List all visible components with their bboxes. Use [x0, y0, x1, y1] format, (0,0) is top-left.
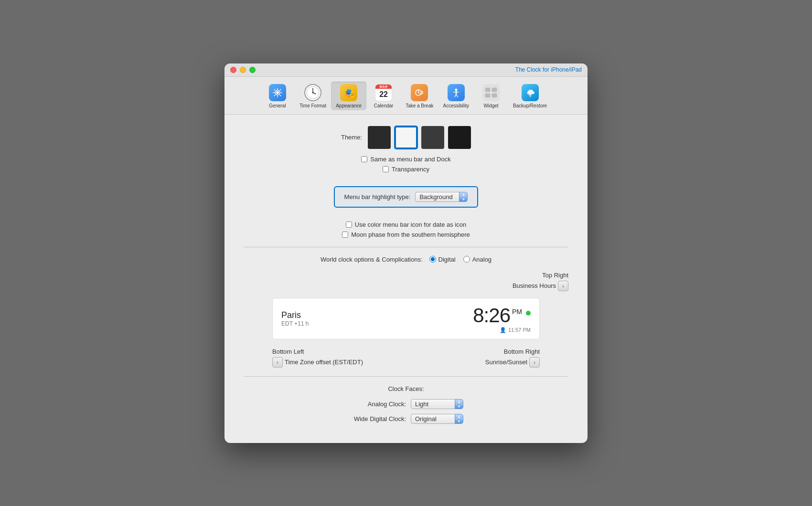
checkbox-color-icon-label: Use color menu bar icon for date as icon	[355, 221, 466, 228]
theme-row: Theme:	[244, 126, 568, 149]
checkbox-same-menubar[interactable]	[361, 156, 367, 162]
widget-icon	[482, 84, 500, 102]
wide-digital-label: Wide Digital Clock:	[349, 415, 406, 422]
clock-sub-icon: 👤	[500, 327, 506, 333]
checkbox-same-menubar-label: Same as menu bar and Dock	[370, 156, 450, 163]
bottom-positions: Bottom Left ‹ Time Zone offset (EST/EDT)…	[272, 348, 540, 368]
iphone-ipad-link[interactable]: The Clock for iPhone/iPad	[515, 66, 582, 73]
radio-group: Digital Analog	[429, 256, 492, 263]
tab-appearance-label: Appearance	[336, 103, 362, 108]
wide-digital-arrows[interactable]: ▲ ▼	[455, 414, 463, 424]
business-hours-text: Business Hours	[513, 282, 556, 289]
tab-accessibility[interactable]: Accessibility	[438, 82, 474, 110]
svg-rect-16	[492, 88, 497, 92]
tab-widget[interactable]: Widget	[474, 82, 508, 110]
highlight-arrow-down[interactable]: ▼	[459, 197, 467, 201]
bottom-left-value: Time Zone offset (EST/EDT)	[285, 358, 363, 366]
checkbox-transparency-label: Transparency	[392, 166, 429, 173]
checkbox-transparency[interactable]	[383, 166, 389, 172]
divider-1	[244, 247, 568, 247]
wide-digital-arrow-up[interactable]: ▲	[455, 414, 463, 419]
theme-swatch-dark1[interactable]	[368, 126, 391, 149]
clock-city-name: Paris	[281, 310, 309, 320]
radio-analog-label: Analog	[472, 256, 491, 263]
theme-swatch-dark2[interactable]	[421, 126, 444, 149]
radio-analog-input[interactable]	[463, 256, 470, 263]
tab-calendar-label: Calendar	[374, 103, 394, 108]
radio-digital[interactable]: Digital	[429, 256, 456, 263]
highlight-arrow-up[interactable]: ▲	[459, 192, 467, 197]
timeformat-icon	[304, 84, 322, 102]
bottom-left-nav-row: ‹ Time Zone offset (EST/EDT)	[272, 357, 363, 368]
minimize-button[interactable]	[240, 67, 246, 73]
tab-takeabreak[interactable]: Take a Break	[401, 82, 438, 110]
checkbox-same-menubar-row: Same as menu bar and Dock	[244, 156, 568, 163]
checkbox-color-icon[interactable]	[346, 221, 352, 228]
business-hours-nav-btn[interactable]: ›	[558, 281, 568, 291]
radio-analog[interactable]: Analog	[463, 256, 491, 263]
clock-ampm: PM	[512, 308, 522, 316]
checkbox-moon-row: Moon phase from the southern hemisphere	[244, 231, 568, 238]
general-icon	[268, 84, 287, 102]
clock-city-tz: EDT +11 h	[281, 320, 309, 327]
tab-calendar[interactable]: MAR 22 Calendar	[366, 82, 401, 110]
clock-sub-time: 11:57 PM	[508, 327, 531, 333]
highlight-section: Menu bar highlight type: Background ▲ ▼	[334, 186, 479, 208]
checkbox-moon-phase[interactable]	[342, 232, 348, 238]
appearance-icon: 🎭	[340, 84, 358, 102]
wide-digital-arrow-down[interactable]: ▼	[455, 419, 463, 423]
bottom-right-nav-btn[interactable]: ›	[529, 357, 540, 368]
tab-general[interactable]: General	[260, 82, 295, 110]
divider-2	[244, 376, 568, 377]
calendar-icon: MAR 22	[374, 84, 393, 102]
theme-swatch-darkest[interactable]	[448, 126, 471, 149]
analog-clock-arrow-down[interactable]: ▼	[455, 404, 463, 409]
analog-clock-arrows[interactable]: ▲ ▼	[455, 399, 463, 409]
top-right-label: Top Right	[244, 272, 568, 279]
tab-timeformat[interactable]: Time Format	[295, 82, 331, 110]
clock-faces-title: Clock Faces:	[244, 385, 568, 392]
accessibility-icon	[447, 84, 465, 102]
toolbar: General Time Format	[224, 77, 588, 115]
bottom-left-nav-btn[interactable]: ‹	[272, 357, 283, 368]
svg-point-5	[312, 92, 314, 93]
checkbox-transparency-row: Transparency	[244, 166, 568, 173]
svg-rect-17	[485, 94, 490, 97]
checkbox-moon-label: Moon phase from the southern hemisphere	[351, 231, 470, 238]
theme-swatch-light[interactable]	[395, 126, 417, 149]
main-content: Theme: Same as menu bar and Dock Transpa…	[224, 115, 588, 443]
app-window: The Clock for iPhone/iPad General	[224, 63, 588, 443]
clock-sub: 👤 11:57 PM	[500, 327, 531, 333]
tab-accessibility-label: Accessibility	[443, 103, 469, 108]
traffic-lights	[230, 67, 256, 73]
bottom-right-title: Bottom Right	[504, 348, 540, 355]
highlight-select-value: Background	[415, 192, 459, 202]
svg-point-0	[276, 91, 279, 94]
tab-backup[interactable]: Backup/Restore	[508, 82, 552, 110]
wide-digital-select: Original ▲ ▼	[411, 414, 463, 424]
analog-clock-arrow-up[interactable]: ▲	[455, 400, 463, 404]
clock-city: Paris EDT +11 h	[281, 310, 309, 327]
close-button[interactable]	[230, 67, 236, 73]
bottom-left-title: Bottom Left	[272, 348, 363, 355]
bottom-left-block: Bottom Left ‹ Time Zone offset (EST/EDT)	[272, 348, 363, 368]
maximize-button[interactable]	[249, 67, 256, 73]
tab-general-label: General	[269, 103, 286, 108]
takeabreak-icon	[410, 84, 428, 102]
theme-label: Theme:	[341, 134, 362, 141]
tab-appearance[interactable]: 🎭 Appearance	[331, 82, 366, 110]
green-dot	[526, 311, 531, 316]
bottom-right-nav-row: Sunrise/Sunset ›	[485, 357, 540, 368]
radio-digital-input[interactable]	[429, 256, 436, 263]
tab-backup-label: Backup/Restore	[513, 103, 547, 108]
highlight-select-arrows[interactable]: ▲ ▼	[459, 192, 468, 202]
analog-clock-select: Light ▲ ▼	[411, 399, 463, 409]
theme-swatches	[368, 126, 471, 149]
svg-rect-18	[492, 94, 497, 97]
tab-takeabreak-label: Take a Break	[406, 103, 433, 108]
highlight-select-container: Background ▲ ▼	[415, 192, 468, 202]
tab-widget-label: Widget	[483, 103, 498, 108]
tab-timeformat-label: Time Format	[299, 103, 326, 108]
backup-icon	[521, 84, 539, 102]
svg-line-14	[456, 94, 458, 97]
